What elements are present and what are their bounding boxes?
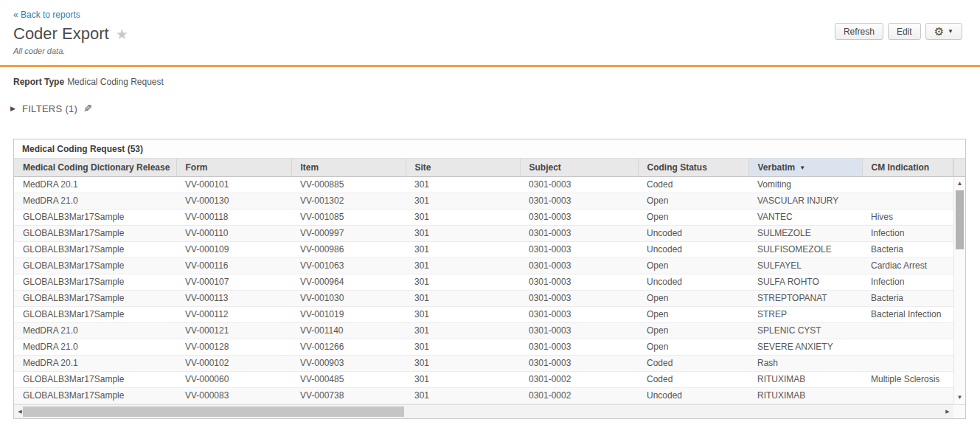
column-header-site[interactable]: Site <box>406 159 520 176</box>
column-header-item[interactable]: Item <box>291 159 406 176</box>
table-cell: VV-000110 <box>176 225 291 241</box>
table-cell: 0301-0003 <box>520 290 638 306</box>
scroll-right-icon[interactable]: ▶ <box>943 405 952 418</box>
column-header-label: Verbatim <box>758 162 796 173</box>
toolbar: Refresh Edit ⚙ ▼ <box>835 23 962 40</box>
table-row[interactable]: GLOBALB3Mar17SampleVV-000107VV-000964301… <box>14 274 953 290</box>
table-cell <box>862 322 953 339</box>
table-cell: VV-000102 <box>176 355 291 371</box>
results-grid: Medical Coding Dictionary ReleaseFormIte… <box>14 159 965 404</box>
table-cell: 301 <box>406 209 520 225</box>
column-header-medical-coding-dictionary-release[interactable]: Medical Coding Dictionary Release <box>14 159 176 176</box>
column-header-verbatim[interactable]: Verbatim▼ <box>748 159 862 176</box>
table-row[interactable]: GLOBALB3Mar17SampleVV-000118VV-001085301… <box>14 209 953 225</box>
table-cell: 301 <box>406 225 520 241</box>
table-row[interactable]: GLOBALB3Mar17SampleVV-000112VV-001019301… <box>14 306 953 322</box>
table-cell: 0301-0003 <box>520 176 638 193</box>
table-cell: 0301-0003 <box>520 257 638 274</box>
table-row[interactable]: GLOBALB3Mar17SampleVV-000109VV-000986301… <box>14 241 953 257</box>
table-cell <box>862 355 953 371</box>
sort-desc-icon: ▼ <box>799 165 805 171</box>
table-cell: 0301-0003 <box>520 322 638 339</box>
table-cell: Open <box>638 209 748 225</box>
table-row[interactable]: GLOBALB3Mar17SampleVV-000110VV-000997301… <box>14 225 953 241</box>
table-cell: SULFISOMEZOLE <box>748 241 862 257</box>
table-cell: VV-000107 <box>176 274 291 290</box>
actions-menu-button[interactable]: ⚙ ▼ <box>925 23 962 40</box>
scrollbar-corner <box>953 405 965 418</box>
horizontal-scroll-row: ◀ ▶ <box>14 404 965 418</box>
table-cell: Open <box>638 290 748 306</box>
column-header-label: Subject <box>529 162 561 173</box>
filters-toggle[interactable]: ▶ FILTERS (1) ✎ <box>10 103 980 114</box>
edit-filters-pencil-icon[interactable]: ✎ <box>83 103 92 114</box>
table-cell: Bacteria <box>862 241 953 257</box>
table-cell: 301 <box>406 371 520 387</box>
table-cell: 301 <box>406 322 520 339</box>
table-header-row: Medical Coding Dictionary ReleaseFormIte… <box>14 159 953 176</box>
table-row[interactable]: GLOBALB3Mar17SampleVV-000113VV-001030301… <box>14 290 953 306</box>
table-cell: SULFA ROHTO <box>748 274 862 290</box>
table-cell: 301 <box>406 241 520 257</box>
table-row[interactable]: GLOBALB3Mar17SampleVV-000116VV-001063301… <box>14 257 953 274</box>
results-panel: Medical Coding Request (53) Medical Codi… <box>13 139 966 419</box>
table-cell: SULMEZOLE <box>748 225 862 241</box>
back-to-reports-link[interactable]: « Back to reports <box>13 10 80 20</box>
table-row[interactable]: MedDRA 20.1VV-000101VV-0008853010301-000… <box>14 176 953 193</box>
table-cell: Infection <box>862 274 953 290</box>
table-cell: VV-000997 <box>291 225 406 241</box>
table-cell: 301 <box>406 355 520 371</box>
header-extension <box>953 159 965 177</box>
table-cell: Uncoded <box>638 225 748 241</box>
table-cell: 301 <box>406 176 520 193</box>
table-cell: 0301-0003 <box>520 274 638 290</box>
vertical-scrollbar[interactable]: ▲ ▼ <box>953 177 965 404</box>
table-cell: Infection <box>862 225 953 241</box>
table-cell: Multiple Sclerosis <box>862 371 953 387</box>
table-row[interactable]: MedDRA 20.1VV-000102VV-0009033010301-000… <box>14 355 953 371</box>
table-cell: 301 <box>406 339 520 355</box>
horizontal-scrollbar[interactable]: ◀ ▶ <box>14 405 953 418</box>
table-cell: 0301-0003 <box>520 241 638 257</box>
refresh-button[interactable]: Refresh <box>835 23 883 40</box>
table-row[interactable]: MedDRA 21.0VV-000130VV-0013023010301-000… <box>14 193 953 209</box>
scroll-up-icon[interactable]: ▲ <box>954 179 965 189</box>
vertical-scrollbar-thumb[interactable] <box>956 190 964 249</box>
expander-triangle-icon: ▶ <box>10 105 15 112</box>
report-type-value: Medical Coding Request <box>67 77 164 87</box>
page-header: « Back to reports Coder Export ★ All cod… <box>0 0 980 55</box>
table-cell: GLOBALB3Mar17Sample <box>14 371 176 387</box>
gear-icon: ⚙ <box>934 26 944 37</box>
table-cell: Open <box>638 193 748 209</box>
page-subtitle: All coder data. <box>13 46 967 55</box>
table-cell: Hives <box>862 209 953 225</box>
table-cell: VANTEC <box>748 209 862 225</box>
column-header-subject[interactable]: Subject <box>520 159 638 176</box>
horizontal-scrollbar-thumb[interactable] <box>23 406 404 417</box>
table-cell <box>862 193 953 209</box>
edit-button[interactable]: Edit <box>888 23 921 40</box>
column-header-cm-indication[interactable]: CM Indication <box>862 159 953 176</box>
table-cell: Uncoded <box>638 274 748 290</box>
table-cell: Rash <box>748 355 862 371</box>
table-row[interactable]: GLOBALB3Mar17SampleVV-000060VV-000485301… <box>14 371 953 387</box>
column-header-coding-status[interactable]: Coding Status <box>638 159 748 176</box>
column-header-form[interactable]: Form <box>176 159 291 176</box>
page-title: Coder Export <box>13 24 109 44</box>
table-cell: 301 <box>406 290 520 306</box>
table-cell: Open <box>638 322 748 339</box>
table-row[interactable]: MedDRA 21.0VV-000121VV-0011403010301-000… <box>14 322 953 339</box>
column-header-label: Coding Status <box>647 162 707 173</box>
table-row[interactable]: GLOBALB3Mar17SampleVV-000083VV-000738301… <box>14 387 953 404</box>
scroll-down-icon[interactable]: ▼ <box>954 392 965 403</box>
table-cell: 0301-0003 <box>520 225 638 241</box>
table-cell: 301 <box>406 274 520 290</box>
report-type-row: Report TypeMedical Coding Request <box>13 77 980 87</box>
favorite-star-icon[interactable]: ★ <box>116 27 128 41</box>
table-cell: MedDRA 20.1 <box>14 355 176 371</box>
table-cell: VV-001140 <box>291 322 406 339</box>
table-cell: GLOBALB3Mar17Sample <box>14 306 176 322</box>
table-row[interactable]: MedDRA 21.0VV-000128VV-0012663010301-000… <box>14 339 953 355</box>
table-cell: VV-000885 <box>291 176 406 193</box>
chevron-down-icon: ▼ <box>948 28 953 35</box>
